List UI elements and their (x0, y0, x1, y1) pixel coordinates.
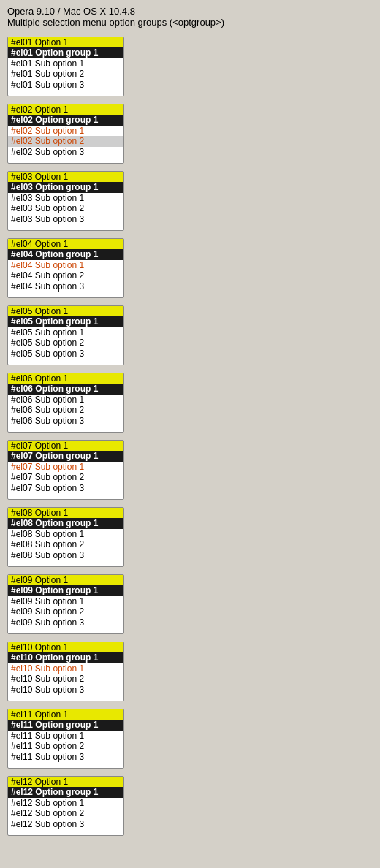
select-el05[interactable]: #el05 Option 1#el05 Option group 1 #el05… (7, 305, 124, 365)
select-el02[interactable]: #el02 Option 1#el02 Option group 1 #el02… (7, 104, 124, 164)
select-el12[interactable]: #el12 Option 1#el12 Option group 1 #el12… (7, 776, 124, 836)
select-container-el09: #el09 Option 1#el09 Option group 1 #el09… (7, 574, 373, 634)
select-container-el04: #el04 Option 1#el04 Option group 1 #el04… (7, 238, 373, 298)
select-el08[interactable]: #el08 Option 1#el08 Option group 1 #el08… (7, 507, 124, 567)
main-content: #el01 Option 1#el01 Option group 1 #el01… (0, 32, 380, 848)
page-title: Opera 9.10 / Mac OS X 10.4.8 (7, 6, 373, 17)
select-container-el05: #el05 Option 1#el05 Option group 1 #el05… (7, 305, 373, 365)
select-container-el03: #el03 Option 1#el03 Option group 1 #el03… (7, 171, 373, 231)
select-container-el10: #el10 Option 1#el10 Option group 1 #el10… (7, 642, 373, 701)
select-el04[interactable]: #el04 Option 1#el04 Option group 1 #el04… (7, 238, 124, 298)
select-el06[interactable]: #el06 Option 1#el06 Option group 1 #el06… (7, 373, 124, 433)
select-container-el08: #el08 Option 1#el08 Option group 1 #el08… (7, 507, 373, 567)
select-container-el12: #el12 Option 1#el12 Option group 1 #el12… (7, 776, 373, 836)
select-el09[interactable]: #el09 Option 1#el09 Option group 1 #el09… (7, 574, 124, 634)
select-el03[interactable]: #el03 Option 1#el03 Option group 1 #el03… (7, 171, 124, 231)
select-container-el01: #el01 Option 1#el01 Option group 1 #el01… (7, 37, 373, 96)
select-el10[interactable]: #el10 Option 1#el10 Option group 1 #el10… (7, 642, 124, 701)
select-container-el11: #el11 Option 1#el11 Option group 1 #el11… (7, 709, 373, 769)
select-container-el06: #el06 Option 1#el06 Option group 1 #el06… (7, 373, 373, 433)
select-container-el07: #el07 Option 1#el07 Option group 1 #el07… (7, 440, 373, 500)
page-header: Opera 9.10 / Mac OS X 10.4.8 Multiple se… (0, 0, 380, 32)
select-el01[interactable]: #el01 Option 1#el01 Option group 1 #el01… (7, 37, 124, 96)
select-container-el02: #el02 Option 1#el02 Option group 1 #el02… (7, 104, 373, 164)
select-el11[interactable]: #el11 Option 1#el11 Option group 1 #el11… (7, 709, 124, 769)
page-subtitle: Multiple selection menu option groups (<… (7, 17, 373, 28)
select-el07[interactable]: #el07 Option 1#el07 Option group 1 #el07… (7, 440, 124, 500)
